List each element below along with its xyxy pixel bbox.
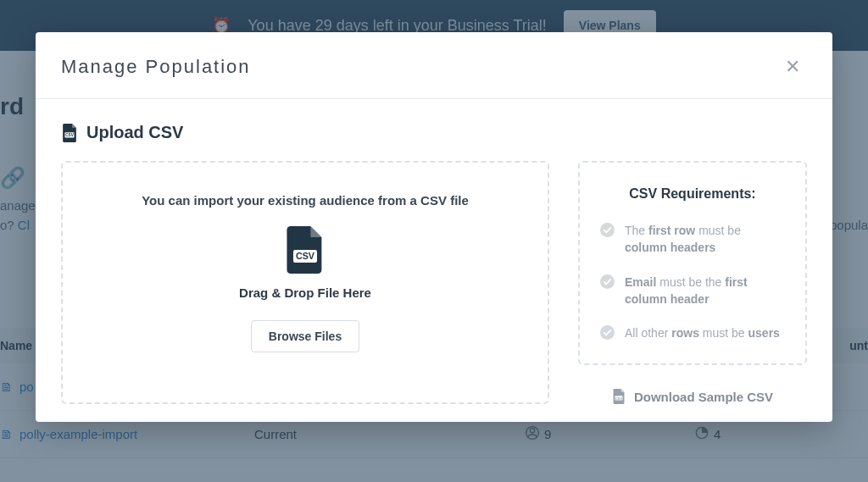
requirement-item: Email must be the first column header bbox=[600, 274, 785, 308]
requirement-text: All other rows must be users bbox=[625, 324, 780, 341]
check-icon bbox=[600, 223, 615, 237]
svg-point-9 bbox=[600, 325, 615, 340]
manage-population-modal: Manage Population ✕ CSV Upload CSV You c… bbox=[36, 32, 832, 422]
requirements-box: CSV Requirements: The first row must be … bbox=[578, 161, 807, 365]
download-sample-link[interactable]: CSV Download Sample CSV bbox=[578, 389, 807, 404]
modal-header: Manage Population ✕ bbox=[36, 32, 832, 99]
close-icon: ✕ bbox=[785, 56, 800, 77]
import-description: You can import your existing audience fr… bbox=[80, 193, 531, 208]
csv-download-icon: CSV bbox=[612, 389, 626, 404]
requirement-text: Email must be the first column header bbox=[625, 274, 785, 308]
browse-files-button[interactable]: Browse Files bbox=[251, 320, 359, 352]
svg-text:CSV: CSV bbox=[65, 133, 75, 137]
csv-file-icon: CSV bbox=[281, 226, 329, 274]
requirement-text: The first row must be column headers bbox=[625, 222, 785, 257]
requirements-title: CSV Requirements: bbox=[600, 186, 785, 202]
svg-text:CSV: CSV bbox=[615, 397, 622, 401]
requirement-item: The first row must be column headers bbox=[600, 222, 785, 257]
download-sample-label: Download Sample CSV bbox=[634, 390, 773, 404]
section-title: CSV Upload CSV bbox=[61, 123, 807, 142]
check-icon bbox=[600, 274, 615, 289]
check-icon bbox=[600, 325, 615, 340]
svg-point-7 bbox=[600, 223, 615, 237]
drop-zone[interactable]: You can import your existing audience fr… bbox=[61, 161, 549, 404]
drop-text: Drag & Drop File Here bbox=[80, 285, 531, 300]
requirement-item: All other rows must be users bbox=[600, 324, 785, 341]
modal-title: Manage Population bbox=[61, 56, 251, 78]
csv-icon: CSV bbox=[61, 124, 78, 142]
section-title-text: Upload CSV bbox=[86, 123, 183, 142]
svg-text:CSV: CSV bbox=[296, 251, 315, 261]
svg-point-8 bbox=[600, 274, 615, 289]
close-button[interactable]: ✕ bbox=[778, 53, 807, 81]
